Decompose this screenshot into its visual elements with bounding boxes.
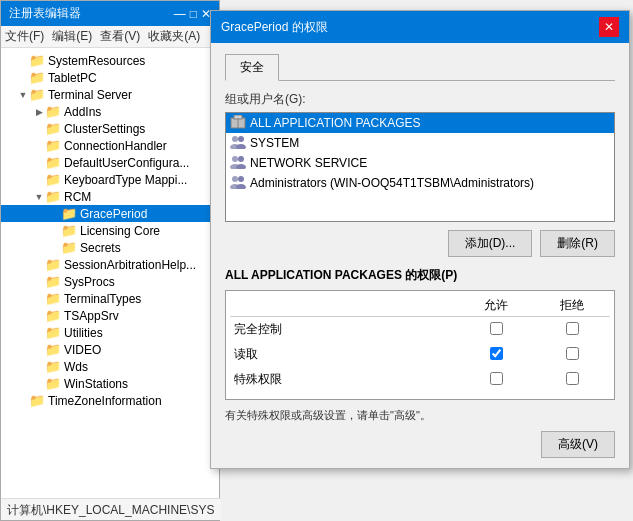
footer-text: 有关特殊权限或高级设置，请单击"高级"。 xyxy=(225,408,615,423)
perm-name-完全控制: 完全控制 xyxy=(230,317,458,343)
svg-point-13 xyxy=(238,176,244,182)
folder-icon-SysProcs: 📁 xyxy=(45,274,61,289)
allow-checkbox-读取[interactable] xyxy=(490,347,503,360)
advanced-button[interactable]: 高级(V) xyxy=(541,431,615,458)
svg-point-3 xyxy=(232,136,238,142)
folder-icon-WinStations: 📁 xyxy=(45,376,61,391)
tree-item-SystemResources[interactable]: 📁SystemResources xyxy=(1,52,219,69)
tree-item-SessionArbitrationHelp[interactable]: 📁SessionArbitrationHelp... xyxy=(1,256,219,273)
tree-label-KeyboardTypeMappig: KeyboardType Mappi... xyxy=(64,173,187,187)
folder-icon-ConnectionHandler: 📁 xyxy=(45,138,61,153)
tree-label-Wds: Wds xyxy=(64,360,88,374)
tree-item-LicensingCore[interactable]: 📁Licensing Core xyxy=(1,222,219,239)
tree-item-KeyboardTypeMappig[interactable]: 📁KeyboardType Mappi... xyxy=(1,171,219,188)
folder-icon-ClusterSettings: 📁 xyxy=(45,121,61,136)
folder-icon-TimeZoneInformation: 📁 xyxy=(29,393,45,408)
folder-icon-SystemResources: 📁 xyxy=(29,53,45,68)
menu-edit[interactable]: 编辑(E) xyxy=(52,28,92,45)
dialog-title: GracePeriod 的权限 xyxy=(221,19,328,36)
dialog-close-button[interactable]: ✕ xyxy=(599,17,619,37)
tree-label-TerminalTypes: TerminalTypes xyxy=(64,292,141,306)
perm-row-完全控制: 完全控制 xyxy=(230,317,610,343)
dialog-titlebar: GracePeriod 的权限 ✕ xyxy=(211,11,629,43)
permissions-area: 允许拒绝完全控制读取特殊权限 xyxy=(225,290,615,400)
menu-favorites[interactable]: 收藏夹(A) xyxy=(148,28,200,45)
tree-item-AddIns[interactable]: ▶📁AddIns xyxy=(1,103,219,120)
tree-label-Utilities: Utilities xyxy=(64,326,103,340)
tree-label-VIDEO: VIDEO xyxy=(64,343,101,357)
maximize-btn[interactable]: □ xyxy=(190,7,197,21)
registry-controls: — □ ✕ xyxy=(174,7,211,21)
tree-item-TimeZoneInformation[interactable]: 📁TimeZoneInformation xyxy=(1,392,219,409)
minimize-btn[interactable]: — xyxy=(174,7,186,21)
permissions-dialog: GracePeriod 的权限 ✕ 安全 组或用户名(G): ALL APPLI… xyxy=(210,10,630,469)
tree-arrow-RCM[interactable]: ▼ xyxy=(33,192,45,202)
deny-checkbox-读取[interactable] xyxy=(566,347,579,360)
folder-icon-AddIns: 📁 xyxy=(45,104,61,119)
deny-checkbox-特殊权限[interactable] xyxy=(566,372,579,385)
tree-item-WinStations[interactable]: 📁WinStations xyxy=(1,375,219,392)
tree-arrow-TerminalServer[interactable]: ▼ xyxy=(17,90,29,100)
user-icon xyxy=(230,135,246,151)
user-item-system[interactable]: SYSTEM xyxy=(226,133,614,153)
allow-checkbox-完全控制[interactable] xyxy=(490,322,503,335)
perm-row-特殊权限: 特殊权限 xyxy=(230,367,610,392)
user-list[interactable]: ALL APPLICATION PACKAGESSYSTEMNETWORK SE… xyxy=(225,112,615,222)
folder-icon-LicensingCore: 📁 xyxy=(61,223,77,238)
tree-item-SysProcs[interactable]: 📁SysProcs xyxy=(1,273,219,290)
tree-item-GracePeriod[interactable]: 📁GracePeriod xyxy=(1,205,219,222)
tree-label-TabletPC: TabletPC xyxy=(48,71,97,85)
folder-icon-TerminalServer: 📁 xyxy=(29,87,45,102)
folder-icon-Utilities: 📁 xyxy=(45,325,61,340)
tab-security[interactable]: 安全 xyxy=(225,54,279,81)
add-button[interactable]: 添加(D)... xyxy=(448,230,533,257)
svg-point-7 xyxy=(232,156,238,162)
svg-point-9 xyxy=(238,156,244,162)
registry-title: 注册表编辑器 xyxy=(9,5,81,22)
permissions-title: ALL APPLICATION PACKAGES 的权限(P) xyxy=(225,267,615,284)
tree-item-ClusterSettings[interactable]: 📁ClusterSettings xyxy=(1,120,219,137)
tree-item-ConnectionHandler[interactable]: 📁ConnectionHandler xyxy=(1,137,219,154)
tree-label-ClusterSettings: ClusterSettings xyxy=(64,122,145,136)
folder-icon-DefaultUserConfigura: 📁 xyxy=(45,155,61,170)
menu-file[interactable]: 文件(F) xyxy=(5,28,44,45)
tree-item-TerminalServer[interactable]: ▼📁Terminal Server xyxy=(1,86,219,103)
tree-item-DefaultUserConfigura[interactable]: 📁DefaultUserConfigura... xyxy=(1,154,219,171)
tree-label-TerminalServer: Terminal Server xyxy=(48,88,132,102)
col-header-name xyxy=(230,295,458,317)
folder-icon-Secrets: 📁 xyxy=(61,240,77,255)
folder-icon-GracePeriod: 📁 xyxy=(61,206,77,221)
deny-checkbox-完全控制[interactable] xyxy=(566,322,579,335)
tree-arrow-AddIns[interactable]: ▶ xyxy=(33,107,45,117)
user-icon xyxy=(230,175,246,191)
menu-view[interactable]: 查看(V) xyxy=(100,28,140,45)
tree-item-VIDEO[interactable]: 📁VIDEO xyxy=(1,341,219,358)
tree-label-LicensingCore: Licensing Core xyxy=(80,224,160,238)
user-item-allAppPkg[interactable]: ALL APPLICATION PACKAGES xyxy=(226,113,614,133)
package-icon xyxy=(230,115,246,131)
perm-name-特殊权限: 特殊权限 xyxy=(230,367,458,392)
tree-item-Secrets[interactable]: 📁Secrets xyxy=(1,239,219,256)
registry-editor: 注册表编辑器 — □ ✕ 文件(F) 编辑(E) 查看(V) 收藏夹(A) 📁S… xyxy=(0,0,220,521)
user-icon xyxy=(230,155,246,171)
allow-checkbox-特殊权限[interactable] xyxy=(490,372,503,385)
footer-buttons: 高级(V) xyxy=(225,431,615,458)
registry-titlebar: 注册表编辑器 — □ ✕ xyxy=(1,1,219,26)
tree-item-Wds[interactable]: 📁Wds xyxy=(1,358,219,375)
perm-name-读取: 读取 xyxy=(230,342,458,367)
col-header-deny: 拒绝 xyxy=(534,295,610,317)
tree-label-ConnectionHandler: ConnectionHandler xyxy=(64,139,167,153)
user-label-networkService: NETWORK SERVICE xyxy=(250,156,367,170)
remove-button[interactable]: 删除(R) xyxy=(540,230,615,257)
tree-item-TerminalTypes[interactable]: 📁TerminalTypes xyxy=(1,290,219,307)
registry-tree: 📁SystemResources📁TabletPC▼📁Terminal Serv… xyxy=(1,48,219,495)
user-label-allAppPkg: ALL APPLICATION PACKAGES xyxy=(250,116,421,130)
permissions-table: 允许拒绝完全控制读取特殊权限 xyxy=(230,295,610,392)
user-item-networkService[interactable]: NETWORK SERVICE xyxy=(226,153,614,173)
tree-item-TabletPC[interactable]: 📁TabletPC xyxy=(1,69,219,86)
tree-item-RCM[interactable]: ▼📁RCM xyxy=(1,188,219,205)
tree-item-TSAppSrv[interactable]: 📁TSAppSrv xyxy=(1,307,219,324)
user-item-administrators[interactable]: Administrators (WIN-OOQ54T1TSBM\Administ… xyxy=(226,173,614,193)
tree-label-Secrets: Secrets xyxy=(80,241,121,255)
tree-item-Utilities[interactable]: 📁Utilities xyxy=(1,324,219,341)
